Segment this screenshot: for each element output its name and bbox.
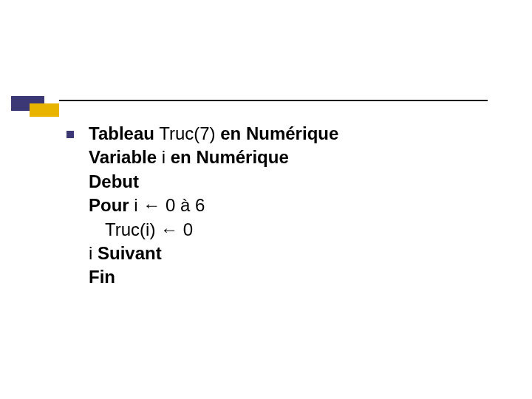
code-line-2: Variable i en Numérique (89, 146, 338, 169)
kw-suivant: Suivant (98, 243, 162, 263)
kw-pour: Pour (89, 195, 129, 215)
bullet-item: Tableau Truc(7) en Numérique Variable i … (66, 122, 495, 290)
pseudocode-block: Tableau Truc(7) en Numérique Variable i … (89, 122, 338, 290)
kw-en-numerique-2: en Numérique (171, 147, 289, 167)
kw-debut: Debut (89, 171, 139, 191)
txt-truc-assign: Truc(i) ← 0 (105, 219, 193, 239)
code-line-3: Debut (89, 170, 338, 194)
code-line-6: i Suivant (89, 242, 338, 265)
slide: Tableau Truc(7) en Numérique Variable i … (0, 0, 532, 399)
kw-tableau: Tableau (89, 123, 154, 143)
content-area: Tableau Truc(7) en Numérique Variable i … (66, 122, 495, 290)
txt-truc7: Truc(7) (154, 123, 220, 143)
code-line-1: Tableau Truc(7) en Numérique (89, 122, 338, 146)
code-line-4: Pour i ← 0 à 6 (89, 194, 338, 217)
decoration-yellow-rect (30, 103, 59, 117)
txt-loop-range: i ← 0 à 6 (129, 195, 205, 215)
txt-i-next: i (89, 243, 98, 263)
kw-en-numerique-1: en Numérique (220, 123, 338, 143)
square-bullet-icon (66, 131, 74, 138)
horizontal-rule (59, 100, 488, 101)
txt-i: i (157, 147, 171, 167)
kw-fin: Fin (89, 267, 115, 287)
code-line-7: Fin (89, 265, 338, 289)
code-line-5: Truc(i) ← 0 (89, 218, 338, 242)
kw-variable: Variable (89, 147, 157, 167)
